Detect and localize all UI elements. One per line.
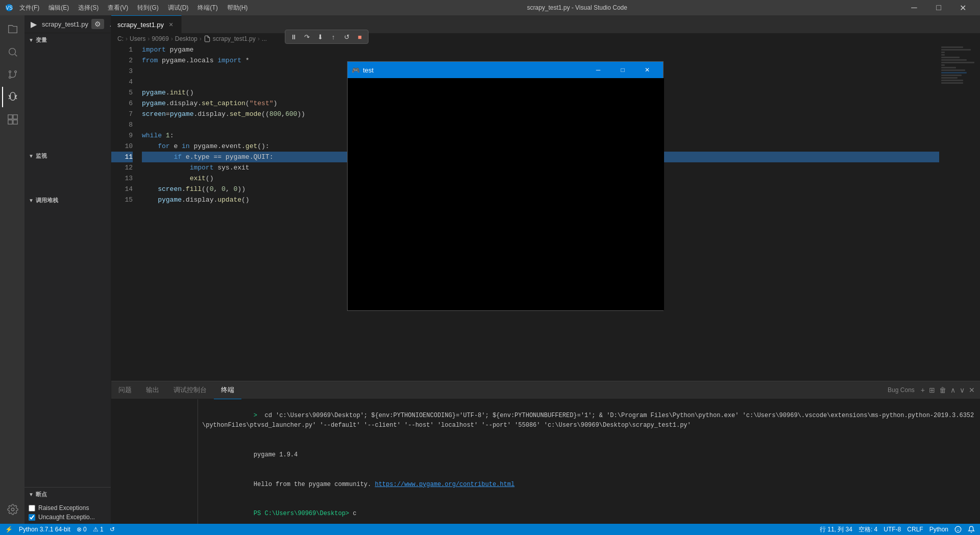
close-button[interactable]: ✕: [951, 0, 975, 15]
pygame-titlebar: 🎮 test ─ □ ✕: [348, 62, 663, 78]
window-controls[interactable]: ─ □ ✕: [902, 0, 975, 15]
menu-goto[interactable]: 转到(G): [133, 3, 162, 13]
file-icon: [204, 35, 211, 42]
tab-close-button[interactable]: ×: [167, 20, 175, 29]
watch-content: [24, 163, 111, 193]
status-line-col[interactable]: 行 11, 列 34: [820, 525, 852, 534]
variables-title: 变量: [36, 36, 47, 44]
status-bar-left: ⚡ Python 3.7.1 64-bit ⊗ 0 ⚠ 1 ↺: [5, 526, 115, 533]
breakpoints-title: 断点: [36, 491, 47, 498]
debug-header: ▶ scrapy_test1.py ⚙ … ⊟: [24, 15, 111, 33]
activity-debug[interactable]: [2, 87, 22, 107]
file-tab[interactable]: scrapy_test1.py ×: [111, 15, 182, 33]
panel-tab-terminal[interactable]: 终端: [214, 381, 241, 399]
status-feedback-icon[interactable]: [954, 526, 962, 533]
panel-tab-debug-console[interactable]: 调试控制台: [166, 381, 214, 399]
pygame-canvas: [348, 78, 664, 310]
pygame-window-title: test: [363, 66, 374, 74]
breadcrumb-users[interactable]: Users: [130, 35, 145, 42]
callstack-content: [24, 207, 111, 487]
menu-select[interactable]: 选择(S): [74, 3, 103, 13]
callstack-section-header[interactable]: ▼ 调用堆栈: [24, 193, 111, 207]
panel-tab-problems[interactable]: 问题: [111, 381, 139, 399]
activity-settings[interactable]: [2, 499, 22, 520]
panel-down-button[interactable]: ∨: [959, 385, 966, 395]
status-eol[interactable]: CRLF: [907, 526, 923, 533]
uncaught-exceptions-checkbox[interactable]: [29, 514, 35, 521]
activity-git[interactable]: [2, 64, 22, 85]
pygame-window[interactable]: 🎮 test ─ □ ✕: [347, 61, 664, 311]
panel-close-button[interactable]: ✕: [968, 385, 976, 395]
watch-section-header[interactable]: ▼ 监视: [24, 149, 111, 163]
svg-point-5: [15, 71, 17, 73]
breakpoint-uncaught: Uncaught Exceptio...: [24, 513, 111, 522]
breadcrumb-filename[interactable]: scrapy_test1.py: [213, 35, 256, 42]
minimize-button[interactable]: ─: [902, 0, 926, 15]
pygame-window-controls[interactable]: ─ □ ✕: [586, 62, 659, 78]
svg-point-2: [9, 48, 16, 55]
tab-bar: scrapy_test1.py ×: [111, 15, 980, 33]
pygame-minimize-button[interactable]: ─: [586, 62, 610, 78]
debug-step-over-button[interactable]: ↷: [301, 31, 313, 43]
svg-rect-13: [13, 115, 17, 119]
panel-sidebar: [111, 399, 198, 524]
debug-more-button[interactable]: …: [107, 19, 111, 29]
status-debug-icon[interactable]: ⚡: [5, 526, 13, 533]
status-sync[interactable]: ↺: [110, 526, 115, 533]
breadcrumb-desktop[interactable]: Desktop: [175, 35, 198, 42]
pygame-maximize-button[interactable]: □: [611, 62, 634, 78]
activity-extensions[interactable]: [2, 109, 22, 130]
breakpoints-section-header[interactable]: ▼ 断点: [24, 488, 111, 501]
bell-icon: [968, 526, 975, 533]
status-language[interactable]: Python: [929, 526, 948, 533]
breakpoints-list: Raised Exceptions Uncaught Exceptio...: [24, 501, 111, 524]
raised-exceptions-label: Raised Exceptions: [38, 504, 89, 512]
uncaught-exceptions-label: Uncaught Exceptio...: [38, 514, 95, 521]
debug-step-into-button[interactable]: ⬇: [314, 31, 326, 43]
debug-pause-button[interactable]: ⏸: [287, 31, 300, 43]
title-bar-menu[interactable]: 文件(F) 编辑(E) 选择(S) 查看(V) 转到(G) 调试(D) 终端(T…: [15, 3, 252, 13]
status-notification-icon[interactable]: [968, 526, 975, 533]
panel-add-button[interactable]: +: [920, 385, 926, 395]
menu-help[interactable]: 帮助(H): [223, 3, 252, 13]
maximize-button[interactable]: □: [927, 0, 950, 15]
menu-file[interactable]: 文件(F): [15, 3, 43, 13]
panel-up-button[interactable]: ∧: [949, 385, 957, 395]
watch-arrow: ▼: [29, 153, 34, 159]
raised-exceptions-checkbox[interactable]: [29, 505, 35, 512]
pygame-window-icon: 🎮: [352, 66, 360, 74]
debug-stop-button[interactable]: ■: [354, 31, 366, 43]
activity-search[interactable]: [2, 42, 22, 62]
breadcrumb-90969[interactable]: 90969: [152, 35, 168, 42]
pygame-close-button[interactable]: ✕: [635, 62, 659, 78]
debug-run-button[interactable]: ▶: [29, 18, 39, 30]
terminal-line-1: > cd 'c:\Users\90969\Desktop'; ${env:PYT…: [202, 401, 976, 441]
status-spaces[interactable]: 空格: 4: [859, 525, 877, 534]
breadcrumb-c[interactable]: C:: [117, 35, 124, 42]
debug-gear-button[interactable]: ⚙: [91, 19, 104, 29]
panel-split-button[interactable]: ⊞: [928, 385, 936, 395]
menu-debug[interactable]: 调试(D): [164, 3, 193, 13]
breadcrumb-more[interactable]: ...: [262, 35, 267, 42]
panel-trash-button[interactable]: 🗑: [938, 385, 947, 395]
variables-arrow: ▼: [29, 37, 34, 43]
terminal-content[interactable]: > cd 'c:\Users\90969\Desktop'; ${env:PYT…: [198, 399, 980, 524]
debug-console-label: Bug Cons: [885, 385, 918, 395]
status-encoding[interactable]: UTF-8: [884, 526, 901, 533]
debug-step-out-button[interactable]: ↑: [327, 31, 339, 43]
callstack-arrow: ▼: [29, 198, 34, 203]
svg-point-18: [957, 528, 958, 529]
status-warnings[interactable]: ⚠ 1: [93, 526, 104, 533]
menu-view[interactable]: 查看(V): [104, 3, 132, 13]
menu-edit[interactable]: 编辑(E): [44, 3, 73, 13]
debug-restart-button[interactable]: ↺: [340, 31, 353, 43]
svg-point-6: [9, 77, 11, 79]
variables-section-header[interactable]: ▼ 变量: [24, 33, 111, 47]
activity-explorer[interactable]: [2, 19, 22, 40]
menu-terminal[interactable]: 终端(T): [193, 3, 222, 13]
panel-content: > cd 'c:\Users\90969\Desktop'; ${env:PYT…: [111, 399, 980, 524]
status-python-version[interactable]: Python 3.7.1 64-bit: [19, 526, 70, 533]
panel-tab-output[interactable]: 输出: [139, 381, 166, 399]
activity-bar-bottom: [2, 499, 22, 520]
status-errors[interactable]: ⊗ 0: [77, 526, 87, 533]
